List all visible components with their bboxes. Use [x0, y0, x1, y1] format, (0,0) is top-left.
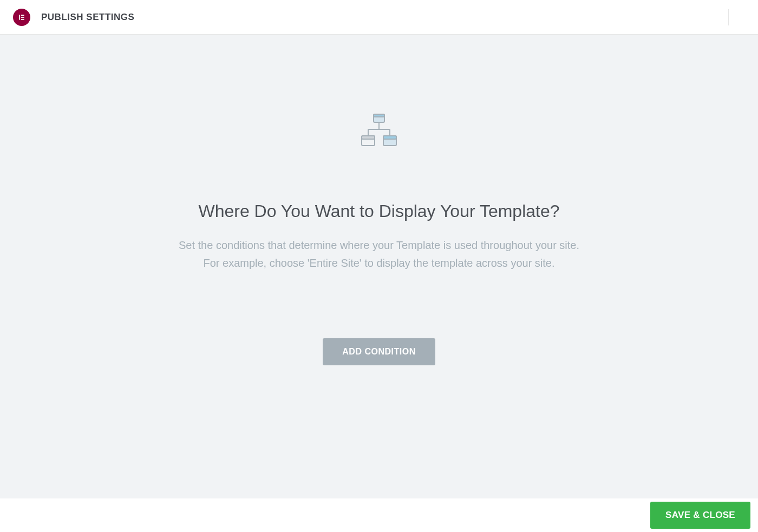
close-button[interactable] [728, 9, 745, 25]
dialog-header: PUBLISH SETTINGS [0, 0, 758, 35]
main-content: Where Do You Want to Display Your Templa… [0, 35, 758, 498]
elementor-logo-icon [13, 9, 30, 26]
svg-rect-0 [19, 15, 20, 19]
dialog-title: PUBLISH SETTINGS [41, 12, 134, 23]
svg-rect-7 [374, 114, 384, 117]
svg-rect-3 [21, 18, 24, 19]
dialog-footer: SAVE & CLOSE [0, 498, 758, 532]
svg-rect-2 [21, 17, 24, 18]
save-and-close-button[interactable]: SAVE & CLOSE [650, 502, 750, 529]
svg-rect-13 [362, 136, 375, 139]
header-right [717, 9, 745, 25]
main-heading: Where Do You Want to Display Your Templa… [198, 201, 559, 221]
svg-rect-1 [21, 15, 24, 16]
description-line-2: For example, choose 'Entire Site' to dis… [179, 254, 579, 272]
description-line-1: Set the conditions that determine where … [179, 237, 579, 254]
add-condition-button[interactable]: ADD CONDITION [323, 338, 435, 365]
hierarchy-icon [361, 113, 397, 150]
header-left: PUBLISH SETTINGS [13, 9, 134, 26]
description-text: Set the conditions that determine where … [179, 237, 579, 272]
svg-rect-15 [383, 136, 396, 139]
